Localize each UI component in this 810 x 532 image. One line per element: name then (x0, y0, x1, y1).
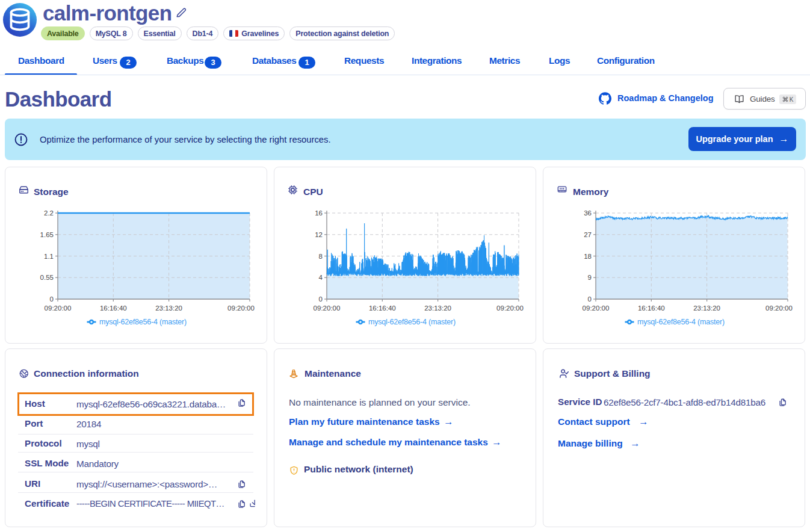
svg-text:18: 18 (584, 253, 592, 260)
svg-text:09:20:00: 09:20:00 (227, 305, 255, 312)
svg-text:23:13:20: 23:13:20 (155, 305, 182, 312)
svg-text:09:20:00: 09:20:00 (45, 305, 72, 312)
svg-text:8: 8 (319, 253, 323, 260)
svg-text:4: 4 (319, 274, 323, 281)
svg-text:0: 0 (50, 295, 54, 303)
svg-text:16:16:40: 16:16:40 (638, 305, 665, 312)
svg-text:0: 0 (319, 295, 323, 303)
svg-text:2.2: 2.2 (44, 209, 54, 217)
svg-text:0.55: 0.55 (40, 274, 54, 281)
svg-text:1.1: 1.1 (44, 253, 54, 260)
svg-text:16: 16 (315, 209, 323, 217)
svg-text:12: 12 (315, 231, 323, 238)
svg-text:1.65: 1.65 (40, 231, 54, 238)
svg-text:23:13:20: 23:13:20 (424, 305, 451, 312)
svg-text:27: 27 (584, 231, 592, 238)
svg-text:16:16:40: 16:16:40 (100, 305, 127, 312)
svg-text:0: 0 (588, 295, 592, 303)
svg-text:36: 36 (584, 209, 592, 217)
svg-text:09:20:00: 09:20:00 (496, 305, 524, 312)
svg-text:09:20:00: 09:20:00 (583, 305, 610, 312)
svg-text:09:20:00: 09:20:00 (314, 305, 341, 312)
svg-text:9: 9 (588, 274, 592, 281)
svg-text:16:16:40: 16:16:40 (369, 305, 396, 312)
svg-text:09:20:00: 09:20:00 (765, 305, 793, 312)
svg-text:23:13:20: 23:13:20 (693, 305, 720, 312)
